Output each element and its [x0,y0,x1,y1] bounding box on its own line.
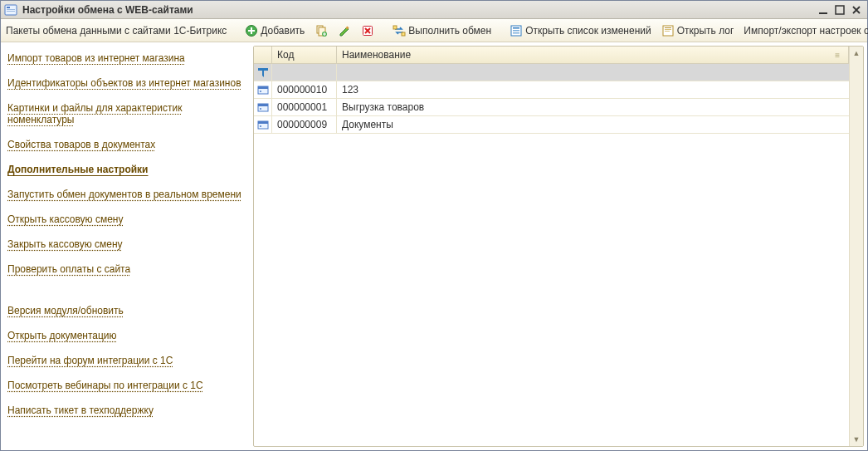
column-header-name-text: Наименование [342,49,411,61]
add-button[interactable]: Добавить [241,22,308,39]
import-export-label: Импорт/экспорт настроек обмена [744,25,868,37]
sidebar-item-check-payments[interactable]: Проверить оплаты с сайта [7,263,246,275]
close-button[interactable] [849,3,864,17]
run-exchange-label: Выполнить обмен [408,25,491,37]
run-exchange-button[interactable]: Выполнить обмен [389,22,495,39]
open-log-label: Открыть лог [677,25,734,37]
grid: Код Наименование ≡ [253,46,864,447]
open-log-button[interactable]: Открыть лог [658,22,738,39]
sidebar-item-import-products[interactable]: Импорт товаров из интернет магазина [7,52,246,64]
row-code: 000000001 [272,99,337,115]
sidebar-item-version-update[interactable]: Версия модуля/обновить [7,305,246,316]
sidebar-item-support-ticket[interactable]: Написать тикет в техподдержку [7,404,246,416]
copy-icon [315,24,328,37]
svg-rect-1 [7,7,10,8]
body: Импорт товаров из интернет магазина Иден… [1,42,867,450]
svg-rect-4 [819,12,827,14]
svg-rect-19 [665,27,671,28]
sidebar-item-start-realtime[interactable]: Запустить обмен документов в реальном вр… [7,189,246,200]
sidebar-item-object-ids[interactable]: Идентификаторы объектов из интернет мага… [7,77,246,89]
svg-rect-24 [258,86,268,89]
svg-rect-2 [7,9,15,10]
maximize-button[interactable] [832,3,847,17]
add-label: Добавить [261,25,305,37]
row-name: Выгрузка товаров [337,99,849,115]
svg-rect-3 [7,11,15,12]
log-icon [661,24,675,37]
svg-rect-22 [258,68,268,71]
filter-name[interactable] [337,64,849,81]
sidebar-gap [7,288,246,305]
minimize-button[interactable] [816,3,831,17]
window-title: Настройки обмена с WEB-сайтами [22,4,814,16]
package-icon [256,118,270,131]
package-icon [256,83,270,96]
svg-rect-5 [836,6,844,14]
sidebar-item-additional-settings[interactable]: Дополнительные настройки [7,164,246,175]
svg-rect-20 [665,29,671,30]
grid-header: Код Наименование ≡ [254,47,849,64]
filter-row[interactable] [254,64,849,81]
import-export-button[interactable]: Импорт/экспорт настроек обмена [740,23,868,38]
svg-rect-21 [665,31,670,32]
row-icon-cell [254,81,272,98]
plus-icon [245,24,258,37]
table-row[interactable]: 000000010 123 [254,81,849,99]
open-changes-button[interactable]: Открыть список изменений [506,22,655,39]
svg-point-31 [260,125,261,127]
svg-rect-27 [258,104,268,106]
main: Код Наименование ≡ [253,42,867,450]
copy-button[interactable] [311,22,331,39]
exchange-icon [393,24,406,37]
svg-point-28 [260,108,261,110]
scroll-down-icon[interactable]: ▼ [850,433,863,446]
filter-code[interactable] [272,64,337,81]
edit-button[interactable] [334,22,354,39]
sidebar-item-open-shift[interactable]: Открыть кассовую смену [7,213,246,225]
delete-icon [361,24,374,37]
row-code: 000000010 [272,81,337,98]
filter-icon [256,66,270,79]
titlebar: Настройки обмена с WEB-сайтами [1,1,867,19]
svg-rect-17 [513,32,519,34]
grid-main: Код Наименование ≡ [254,47,849,446]
row-icon-cell [254,99,272,115]
filter-row-icon [254,64,272,81]
open-changes-label: Открыть список изменений [525,25,651,37]
svg-rect-12 [393,26,397,29]
sidebar-item-images-files[interactable]: Картинки и файлы для характеристик номен… [7,102,246,125]
table-row[interactable]: 000000001 Выгрузка товаров [254,99,849,116]
sidebar-item-product-properties[interactable]: Свойства товаров в документах [7,139,246,150]
vertical-scrollbar[interactable]: ▲ ▼ [849,47,863,446]
package-icon [256,100,270,114]
packages-label: Пакеты обмена данными с сайтами 1С-Битри… [6,25,227,37]
column-header-code[interactable]: Код [272,47,337,63]
scroll-up-icon[interactable]: ▲ [850,47,863,60]
table-row[interactable]: 000000009 Документы [254,116,849,134]
svg-point-25 [260,91,261,92]
row-icon-cell [254,116,272,133]
row-name: Документы [337,116,849,133]
pencil-icon [338,24,351,37]
sidebar-item-open-docs[interactable]: Открыть документацию [7,330,246,341]
sort-icon: ≡ [835,51,840,60]
row-code: 000000009 [272,116,337,133]
column-header-name[interactable]: Наименование ≡ [337,47,849,63]
app-window: Настройки обмена с WEB-сайтами Пакеты об… [0,0,868,451]
svg-rect-13 [402,32,405,36]
grid-rows: 000000010 123 000000001 Выгрузка товаров [254,64,849,446]
toolbar: Пакеты обмена данными с сайтами 1С-Битри… [1,19,867,42]
list-icon [510,24,523,37]
sidebar-item-forum[interactable]: Перейти на форум интеграции с 1С [7,355,246,366]
delete-button[interactable] [358,22,378,39]
row-name: 123 [337,81,849,98]
column-header-icon[interactable] [254,47,272,63]
sidebar: Импорт товаров из интернет магазина Иден… [1,42,253,450]
svg-rect-30 [258,121,268,124]
svg-rect-15 [513,27,519,29]
sidebar-item-webinars[interactable]: Посмотреть вебинары по интеграции с 1С [7,380,246,391]
sidebar-item-close-shift[interactable]: Закрыть кассовую смену [7,238,246,250]
svg-rect-16 [513,30,519,32]
app-icon [4,3,17,17]
